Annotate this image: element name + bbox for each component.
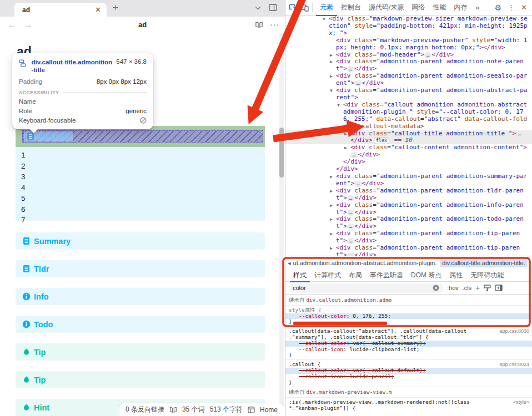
styles-tab-0[interactable]: 样式 xyxy=(290,269,310,282)
tab-ad[interactable]: ad ✕ xyxy=(14,3,107,17)
collapsed-children-icon[interactable]: … xyxy=(347,210,354,216)
reading-view-book-icon[interactable] xyxy=(255,21,263,28)
expander-open-icon[interactable]: ▼ xyxy=(330,88,333,95)
elements-tree-line-selected[interactable]: ▶⋯<div class="callout-title admonition-t… xyxy=(285,130,532,145)
devtools-tab-3[interactable]: 网络 xyxy=(408,0,429,16)
expander-closed-icon[interactable]: ▶ xyxy=(330,245,333,252)
css-source-link[interactable]: app.css:8030 xyxy=(499,328,529,341)
node-menu-dots[interactable]: ⋯ xyxy=(288,130,292,138)
css-property[interactable]: --callout-icon: lucide-pencil; xyxy=(285,374,532,380)
css-selector[interactable]: :is(.markdown-preview-view,.markdown-ren… xyxy=(289,399,472,412)
collapsed-children-icon[interactable]: … xyxy=(354,80,362,87)
devtools-tab-0[interactable]: 元素 xyxy=(316,0,337,16)
breadcrumb-item-selected[interactable]: div.callout-title.admonition-title. xyxy=(440,258,528,267)
expander-open-icon[interactable]: ▼ xyxy=(323,16,325,23)
inherited-node-link[interactable]: div.callout.admonition.admo xyxy=(306,297,392,303)
split-pane-icon[interactable] xyxy=(269,4,277,11)
elements-tree-line[interactable]: ▶<div class="admonition-parent admonitio… xyxy=(285,58,532,73)
tooltip-accessibility-label: ACCESSIBILITY xyxy=(19,90,147,95)
elements-tree-line[interactable]: ▼<div class="admonition-parent admonitio… xyxy=(285,87,532,102)
expander-closed-icon[interactable]: ▶ xyxy=(330,216,333,224)
expander-closed-icon[interactable]: ▶ xyxy=(330,231,333,238)
more-options-icon[interactable]: ··· xyxy=(270,20,279,29)
css-property[interactable]: --callout-icon: lucide-clipboard-list; xyxy=(285,347,532,353)
elements-tree-line[interactable]: ▶<div class="admonition-parent admonitio… xyxy=(285,173,532,187)
devtools-menu-icon[interactable]: ⋮ xyxy=(505,3,517,12)
collapsed-children-icon[interactable]: … xyxy=(347,66,354,72)
css-property[interactable]: --callout-color: 0, 176, 255; xyxy=(285,313,532,319)
collapsed-children-icon[interactable]: … xyxy=(516,131,523,137)
devtools-tab-1[interactable]: 控制台 xyxy=(337,0,365,16)
styles-filter-input[interactable]: color xyxy=(289,283,443,293)
css-source-link[interactable]: app.css:8024 xyxy=(499,362,529,368)
toggle-hover-state-button[interactable]: :hov xyxy=(447,285,459,291)
elements-tree-line[interactable]: ▶<div class="callout-content admonition-… xyxy=(285,144,532,159)
styles-tab-6[interactable]: 无障碍功能 xyxy=(467,269,507,282)
expander-closed-icon[interactable]: ▶ xyxy=(330,202,333,210)
clear-filter-icon[interactable] xyxy=(433,285,439,291)
collapsed-children-icon[interactable]: … xyxy=(347,195,354,201)
new-style-rule-icon[interactable]: + xyxy=(475,285,480,291)
toolbar-divider xyxy=(312,3,313,12)
collapsed-children-icon[interactable]: … xyxy=(347,238,354,244)
callout-info-2[interactable]: Info xyxy=(16,288,265,305)
collapsed-children-icon[interactable]: … xyxy=(354,181,362,187)
css-selector[interactable]: .callout[data-callout="abstract"], .call… xyxy=(289,328,472,341)
css-source-link[interactable]: <style> xyxy=(513,399,529,412)
elements-tree-line[interactable]: ▼<div class="markdown-preview-sizer mark… xyxy=(285,16,532,37)
expander-open-icon[interactable]: ▼ xyxy=(337,102,340,109)
expander-closed-icon[interactable]: ▶ xyxy=(344,131,347,138)
expander-closed-icon[interactable]: ▶ xyxy=(330,59,333,66)
expander-closed-icon[interactable]: ▶ xyxy=(330,174,333,181)
callout-tip-5[interactable]: Tip xyxy=(16,371,265,388)
expander-closed-icon[interactable]: ▶ xyxy=(330,188,333,195)
styles-tab-5[interactable]: 属性 xyxy=(446,269,466,282)
elements-tree-line[interactable]: ▶<div class="admonition-parent admonitio… xyxy=(285,216,532,230)
device-toolbar-icon[interactable] xyxy=(300,4,309,12)
inspect-element-icon[interactable] xyxy=(289,3,298,12)
breadcrumb-item[interactable]: ut.admonition.admonition-abstract.admoni… xyxy=(293,260,437,266)
elements-tree-line[interactable]: </div> xyxy=(285,159,532,166)
expander-closed-icon[interactable]: ▶ xyxy=(330,73,333,80)
expander-closed-icon[interactable]: ▶ xyxy=(344,145,347,152)
scrollbar-track[interactable] xyxy=(279,33,284,416)
styles-tab-2[interactable]: 布局 xyxy=(345,269,365,282)
toggle-sidebar-icon[interactable] xyxy=(495,285,503,291)
elements-tree-line[interactable]: ▶<div class="admonition-parent admonitio… xyxy=(285,202,532,216)
collapsed-children-icon[interactable]: … xyxy=(347,224,354,230)
styles-tab-3[interactable]: 事件监听器 xyxy=(367,269,406,282)
tab-list-chevron-icon[interactable] xyxy=(255,4,261,9)
toggle-class-button[interactable]: .cls xyxy=(463,285,472,291)
callout-tip-4[interactable]: Tip xyxy=(16,343,265,361)
tab-close-icon[interactable]: ✕ xyxy=(95,6,101,13)
elements-tree-line[interactable]: ▶<div class="admonition-parent admonitio… xyxy=(285,73,532,87)
inspect-content-overlay: Abstract xyxy=(22,130,263,143)
vault-name[interactable]: Home xyxy=(260,406,278,414)
callout-summary-0[interactable]: Summary xyxy=(16,232,265,250)
breadcrumb-back-icon[interactable]: ◂ xyxy=(288,260,291,267)
devtools-close-icon[interactable]: ✕ xyxy=(519,3,529,12)
elements-tree-line[interactable]: ▶<div class="admonition-parent admonitio… xyxy=(285,230,532,245)
callout-todo-3[interactable]: Todo xyxy=(16,316,265,333)
rendering-paint-icon[interactable] xyxy=(484,285,491,292)
elements-tree-line[interactable]: <div class="markdown-preview-pusher" sty… xyxy=(285,37,532,52)
devtools-tab-4[interactable]: 性能 xyxy=(429,0,450,16)
more-tabs-icon[interactable]: » xyxy=(473,4,481,12)
styles-pane: 继承自 div.callout.admonition.admostyle属性 {… xyxy=(285,295,532,416)
styles-tab-1[interactable]: 计算样式 xyxy=(311,269,344,282)
callout-tldr-1[interactable]: Tldr xyxy=(16,260,265,277)
devtools-tab-2[interactable]: 源代码/来源 xyxy=(365,0,408,16)
elements-tree-line[interactable]: ▶<div class="admonition-parent admonitio… xyxy=(285,187,532,202)
collapsed-children-icon[interactable]: … xyxy=(350,152,358,158)
inherited-node-link[interactable]: div.markdown-preview-view.m xyxy=(306,389,392,395)
devtools-tab-5[interactable]: 内存 xyxy=(450,0,471,16)
collapsed-children-icon[interactable]: … xyxy=(424,52,431,58)
settings-gear-icon[interactable]: ⚙ xyxy=(493,3,504,12)
scrollbar-thumb[interactable] xyxy=(279,128,284,177)
backlinks-count[interactable]: 0 条反向链接 xyxy=(126,405,164,414)
elements-tree-line[interactable]: ▼<div class="callout admonition admoniti… xyxy=(285,102,532,130)
callout-abstract[interactable]: Abstract 1234567 xyxy=(16,126,265,221)
styles-tab-4[interactable]: DOM 断点 xyxy=(408,269,445,282)
new-tab-icon[interactable]: + xyxy=(113,2,118,13)
elements-tree-line[interactable]: ▶<div class="admonition-parent admonitio… xyxy=(285,245,532,256)
